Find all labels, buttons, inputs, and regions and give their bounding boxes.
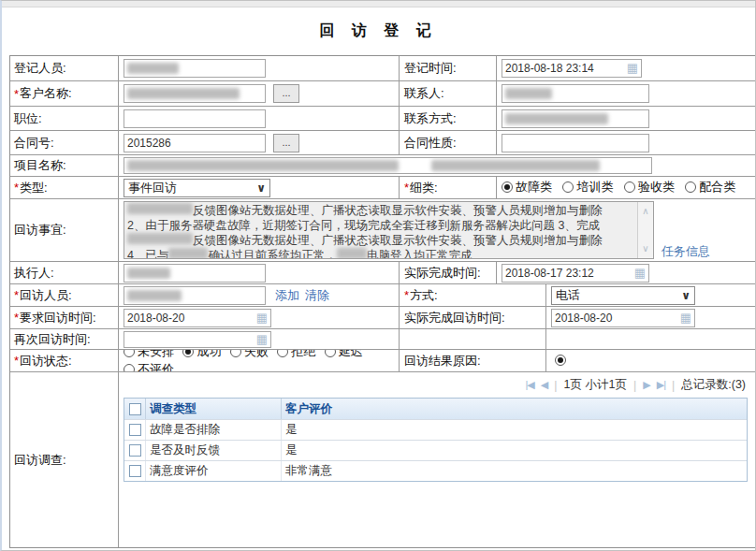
visit-staff-label: 回访人员: bbox=[20, 287, 72, 304]
row-customer: *客户名称: ... 联系人: bbox=[10, 80, 755, 106]
reg-time-input[interactable]: 2018-08-18 23:14 ▦ bbox=[502, 59, 642, 78]
required-visit-time-input[interactable]: 2018-08-20 ▦ bbox=[124, 309, 271, 327]
redacted-value bbox=[127, 233, 193, 244]
revisit-time-label: 再次回访时间: bbox=[10, 329, 118, 349]
page-title: 回 访 登 记 bbox=[2, 22, 755, 41]
clear-link[interactable]: 清除 bbox=[305, 287, 329, 304]
calendar-icon[interactable]: ▦ bbox=[256, 313, 268, 323]
calendar-icon[interactable]: ▦ bbox=[680, 313, 691, 323]
radio-status-success[interactable]: 成功 bbox=[182, 350, 221, 360]
scroll-down-icon[interactable]: ∨ bbox=[642, 241, 648, 256]
customer-label: 客户名称: bbox=[20, 85, 72, 102]
contact-input[interactable] bbox=[502, 84, 649, 103]
page-info: 1页 小计1页 bbox=[564, 377, 627, 393]
contract-no-input[interactable]: 2015286 bbox=[124, 134, 266, 152]
revisit-time-input[interactable]: ▦ bbox=[124, 331, 271, 348]
row-checkbox[interactable] bbox=[129, 444, 141, 457]
redacted-value bbox=[505, 88, 552, 99]
radio-status-delayed[interactable]: 延迟 bbox=[325, 350, 363, 360]
row-visit-status: *回访状态: 未安排 成功 失败 拒绝 延迟 不评价 回访结果原因: bbox=[10, 349, 755, 371]
row-registrant: 登记人员: 登记时间: 2018-08-18 23:14 ▦ bbox=[10, 56, 755, 80]
actual-finish-time-label: 实际完成时间: bbox=[399, 262, 496, 283]
visit-registration-window: 回 访 登 记 登记人员: 登记时间: 2018-08-18 23:14 ▦ *… bbox=[0, 0, 756, 551]
contract-nature-input[interactable] bbox=[502, 134, 649, 152]
visit-result-reason-radio-group bbox=[551, 353, 575, 370]
select-all-checkbox[interactable] bbox=[129, 403, 141, 415]
registrant-input[interactable] bbox=[124, 59, 266, 78]
survey-label: 回访调查: bbox=[10, 372, 118, 547]
registrant-label: 登记人员: bbox=[10, 56, 118, 80]
add-link[interactable]: 添加 bbox=[275, 287, 299, 304]
project-name-input[interactable] bbox=[124, 157, 652, 174]
redacted-value bbox=[127, 268, 170, 279]
redacted-value bbox=[337, 248, 367, 259]
radio-status-noeval[interactable]: 不评价 bbox=[124, 361, 174, 372]
radio-subtype-acceptance[interactable]: 验收类 bbox=[624, 179, 675, 196]
type-select[interactable]: 事件回访 ∨ bbox=[124, 179, 270, 197]
row-checkbox[interactable] bbox=[129, 424, 141, 436]
col-header-customer-eval: 客户评价 bbox=[281, 399, 747, 419]
pagination-bar: |◀ ◀ | 1页 小计1页 | ▶ ▶| | 总记录数:(3) bbox=[119, 372, 755, 398]
row-required-visit-time: *要求回访时间: 2018-08-20 ▦ 实际完成回访时间: 2018-08-… bbox=[10, 306, 755, 328]
row-checkbox[interactable] bbox=[129, 465, 141, 477]
customer-browse-button[interactable]: ... bbox=[273, 84, 299, 103]
contact-way-input[interactable] bbox=[502, 109, 649, 128]
survey-table-header: 调查类型 客户评价 bbox=[124, 399, 747, 419]
contact-label: 联系人: bbox=[399, 81, 496, 106]
contract-nature-label: 合同性质: bbox=[399, 131, 496, 154]
position-label: 职位: bbox=[10, 107, 118, 130]
prev-page-icon[interactable]: ◀ bbox=[541, 379, 547, 391]
redacted-value bbox=[168, 248, 208, 259]
actual-visit-time-label: 实际完成回访时间: bbox=[399, 307, 545, 328]
contract-browse-button[interactable]: ... bbox=[273, 134, 299, 152]
row-type: *类型: 事件回访 ∨ *细类: 故障类 培训类 验收类 配合类 bbox=[10, 176, 755, 198]
survey-table: 调查类型 客户评价 故障是否排除 是 是否及时反馈 是 bbox=[124, 398, 748, 482]
calendar-icon[interactable]: ▦ bbox=[256, 335, 268, 344]
row-visit-matter: 回访事宜: 反馈图像站无数据处理、广播状态读取显示软件安装、预警人员规则增加与删… bbox=[10, 198, 755, 261]
radio-subtype-cooperation[interactable]: 配合类 bbox=[685, 179, 735, 196]
actual-visit-time-input[interactable]: 2018-08-20 ▦ bbox=[551, 309, 695, 327]
row-visit-staff: *回访人员: 添加 清除 *方式: 电话 ∨ bbox=[10, 283, 755, 306]
redacted-value bbox=[127, 290, 182, 301]
first-page-icon[interactable]: |◀ bbox=[526, 379, 534, 391]
subtype-radio-group: 故障类 培训类 验收类 配合类 bbox=[502, 179, 742, 196]
last-page-icon[interactable]: ▶| bbox=[657, 379, 665, 391]
redacted-value bbox=[505, 113, 608, 124]
radio-subtype-training[interactable]: 培训类 bbox=[562, 179, 613, 196]
method-select[interactable]: 电话 ∨ bbox=[551, 286, 695, 305]
next-page-icon[interactable]: ▶ bbox=[643, 379, 649, 391]
redacted-value bbox=[127, 88, 240, 99]
radio-subtype-fault[interactable]: 故障类 bbox=[502, 179, 552, 196]
redacted-value bbox=[127, 160, 399, 171]
radio-result-reason[interactable] bbox=[555, 355, 569, 366]
radio-status-unscheduled[interactable]: 未安排 bbox=[124, 350, 174, 360]
customer-input[interactable] bbox=[124, 84, 266, 103]
chevron-down-icon: ∨ bbox=[681, 289, 691, 302]
table-row: 是否及时反馈 是 bbox=[124, 440, 747, 460]
chevron-down-icon: ∨ bbox=[256, 181, 266, 195]
col-header-survey-type: 调查类型 bbox=[145, 399, 281, 419]
redacted-value bbox=[127, 203, 193, 214]
radio-status-failure[interactable]: 失败 bbox=[230, 350, 269, 360]
textarea-scrollbar[interactable]: ∧ ∨ bbox=[637, 202, 653, 258]
row-executor: 执行人: 实际完成时间: 2018-08-17 23:12 ▦ bbox=[10, 261, 755, 283]
scroll-up-icon[interactable]: ∧ bbox=[642, 204, 648, 219]
position-input[interactable] bbox=[124, 109, 266, 128]
type-label: 类型: bbox=[20, 180, 48, 196]
table-row: 满意度评价 非常满意 bbox=[124, 460, 747, 481]
visit-matter-textarea[interactable]: 反馈图像站无数据处理、广播状态读取显示软件安装、预警人员规则增加与删除 2、由于… bbox=[124, 201, 654, 259]
calendar-icon[interactable]: ▦ bbox=[627, 64, 638, 73]
actual-finish-time-input[interactable]: 2018-08-17 23:12 ▦ bbox=[502, 264, 649, 283]
method-label: 方式: bbox=[410, 287, 438, 304]
visit-result-reason-label: 回访结果原因: bbox=[399, 350, 545, 371]
visit-matter-label: 回访事宜: bbox=[10, 199, 118, 261]
task-info-link[interactable]: 任务信息 bbox=[662, 243, 710, 260]
row-contract: 合同号: 2015286 ... 合同性质: bbox=[10, 130, 755, 154]
calendar-icon[interactable]: ▦ bbox=[634, 268, 646, 278]
total-records: 总记录数:(3) bbox=[681, 377, 746, 393]
visit-registration-form: 登记人员: 登记时间: 2018-08-18 23:14 ▦ *客户名称: ..… bbox=[9, 55, 756, 548]
radio-status-refused[interactable]: 拒绝 bbox=[277, 350, 315, 360]
executor-input[interactable] bbox=[124, 264, 266, 283]
visit-status-label: 回访状态: bbox=[20, 353, 72, 370]
visit-staff-input[interactable] bbox=[124, 286, 266, 305]
